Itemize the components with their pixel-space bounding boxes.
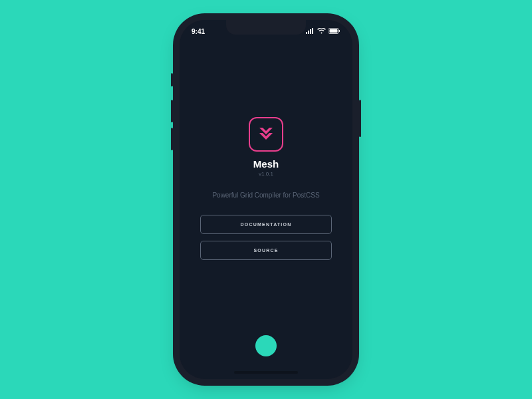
svg-rect-5 xyxy=(330,29,338,33)
power-button[interactable] xyxy=(359,100,361,137)
fab-button[interactable] xyxy=(255,335,277,356)
screen: 9:41 xyxy=(180,20,352,379)
app-tagline: Powerful Grid Compiler for PostCSS xyxy=(212,192,319,199)
app-version: v1.0.1 xyxy=(259,171,273,177)
svg-rect-0 xyxy=(306,32,307,34)
home-indicator[interactable] xyxy=(234,371,298,374)
svg-rect-1 xyxy=(308,31,309,34)
svg-rect-6 xyxy=(339,30,340,32)
wifi-icon xyxy=(317,28,326,35)
signal-icon xyxy=(306,28,315,35)
volume-up-button[interactable] xyxy=(171,100,173,122)
source-button[interactable]: SOURCE xyxy=(200,241,332,260)
app-logo-icon xyxy=(249,117,283,152)
main-content: Mesh v1.0.1 Powerful Grid Compiler for P… xyxy=(180,39,352,379)
action-buttons: DOCUMENTATION SOURCE xyxy=(200,215,332,260)
volume-down-button[interactable] xyxy=(171,128,173,150)
notch xyxy=(226,20,306,35)
svg-marker-9 xyxy=(259,133,266,140)
status-time: 9:41 xyxy=(192,28,205,35)
app-title: Mesh xyxy=(253,158,279,170)
svg-rect-3 xyxy=(312,28,313,34)
battery-icon xyxy=(329,28,340,35)
svg-marker-10 xyxy=(266,133,273,140)
documentation-button[interactable]: DOCUMENTATION xyxy=(200,215,332,234)
phone-frame: 9:41 xyxy=(180,20,352,379)
mute-switch[interactable] xyxy=(171,73,173,86)
svg-rect-2 xyxy=(310,29,311,34)
